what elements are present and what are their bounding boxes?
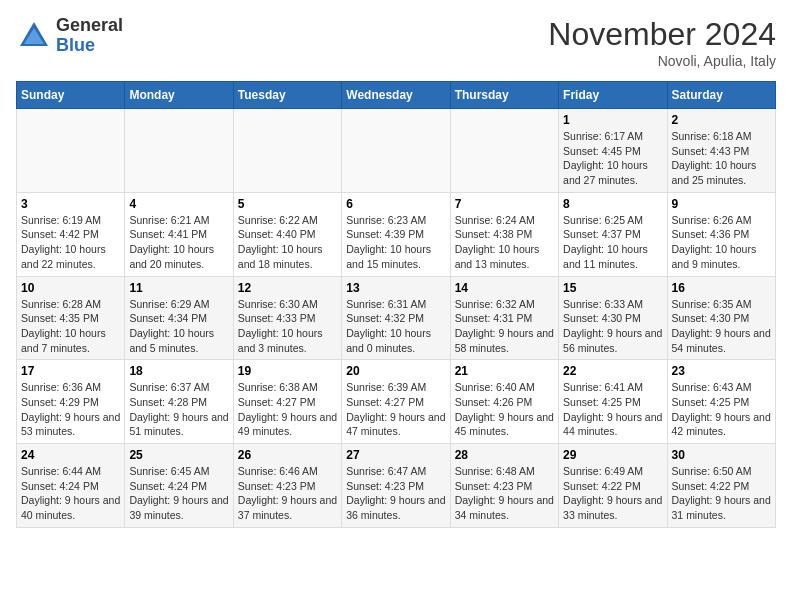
day-detail: Sunrise: 6:49 AMSunset: 4:22 PMDaylight:… (563, 464, 662, 523)
calendar-cell: 17Sunrise: 6:36 AMSunset: 4:29 PMDayligh… (17, 360, 125, 444)
logo-blue: Blue (56, 35, 95, 55)
calendar-cell: 28Sunrise: 6:48 AMSunset: 4:23 PMDayligh… (450, 444, 558, 528)
day-detail: Sunrise: 6:37 AMSunset: 4:28 PMDaylight:… (129, 380, 228, 439)
day-detail: Sunrise: 6:24 AMSunset: 4:38 PMDaylight:… (455, 213, 554, 272)
calendar-cell: 30Sunrise: 6:50 AMSunset: 4:22 PMDayligh… (667, 444, 775, 528)
day-number: 18 (129, 364, 228, 378)
calendar-cell: 2Sunrise: 6:18 AMSunset: 4:43 PMDaylight… (667, 109, 775, 193)
header-monday: Monday (125, 82, 233, 109)
day-number: 28 (455, 448, 554, 462)
calendar-cell: 18Sunrise: 6:37 AMSunset: 4:28 PMDayligh… (125, 360, 233, 444)
day-number: 21 (455, 364, 554, 378)
day-number: 30 (672, 448, 771, 462)
day-number: 19 (238, 364, 337, 378)
calendar-cell (450, 109, 558, 193)
day-detail: Sunrise: 6:21 AMSunset: 4:41 PMDaylight:… (129, 213, 228, 272)
calendar-cell: 8Sunrise: 6:25 AMSunset: 4:37 PMDaylight… (559, 192, 667, 276)
day-number: 14 (455, 281, 554, 295)
day-detail: Sunrise: 6:19 AMSunset: 4:42 PMDaylight:… (21, 213, 120, 272)
header-tuesday: Tuesday (233, 82, 341, 109)
day-number: 11 (129, 281, 228, 295)
calendar-cell: 5Sunrise: 6:22 AMSunset: 4:40 PMDaylight… (233, 192, 341, 276)
day-number: 12 (238, 281, 337, 295)
calendar-cell: 15Sunrise: 6:33 AMSunset: 4:30 PMDayligh… (559, 276, 667, 360)
day-detail: Sunrise: 6:41 AMSunset: 4:25 PMDaylight:… (563, 380, 662, 439)
day-number: 23 (672, 364, 771, 378)
day-detail: Sunrise: 6:44 AMSunset: 4:24 PMDaylight:… (21, 464, 120, 523)
day-number: 16 (672, 281, 771, 295)
day-number: 8 (563, 197, 662, 211)
calendar-cell: 23Sunrise: 6:43 AMSunset: 4:25 PMDayligh… (667, 360, 775, 444)
calendar-header-row: SundayMondayTuesdayWednesdayThursdayFrid… (17, 82, 776, 109)
calendar-cell: 3Sunrise: 6:19 AMSunset: 4:42 PMDaylight… (17, 192, 125, 276)
day-detail: Sunrise: 6:35 AMSunset: 4:30 PMDaylight:… (672, 297, 771, 356)
day-number: 7 (455, 197, 554, 211)
page-header: General Blue November 2024 Novoli, Apuli… (16, 16, 776, 69)
day-detail: Sunrise: 6:39 AMSunset: 4:27 PMDaylight:… (346, 380, 445, 439)
calendar-cell: 27Sunrise: 6:47 AMSunset: 4:23 PMDayligh… (342, 444, 450, 528)
day-number: 9 (672, 197, 771, 211)
calendar-cell: 6Sunrise: 6:23 AMSunset: 4:39 PMDaylight… (342, 192, 450, 276)
calendar-week-1: 1Sunrise: 6:17 AMSunset: 4:45 PMDaylight… (17, 109, 776, 193)
logo: General Blue (16, 16, 123, 56)
day-detail: Sunrise: 6:29 AMSunset: 4:34 PMDaylight:… (129, 297, 228, 356)
day-number: 13 (346, 281, 445, 295)
day-detail: Sunrise: 6:45 AMSunset: 4:24 PMDaylight:… (129, 464, 228, 523)
calendar-cell (342, 109, 450, 193)
calendar-cell: 4Sunrise: 6:21 AMSunset: 4:41 PMDaylight… (125, 192, 233, 276)
calendar-cell: 22Sunrise: 6:41 AMSunset: 4:25 PMDayligh… (559, 360, 667, 444)
day-number: 20 (346, 364, 445, 378)
day-detail: Sunrise: 6:32 AMSunset: 4:31 PMDaylight:… (455, 297, 554, 356)
header-saturday: Saturday (667, 82, 775, 109)
calendar-week-3: 10Sunrise: 6:28 AMSunset: 4:35 PMDayligh… (17, 276, 776, 360)
calendar-cell: 19Sunrise: 6:38 AMSunset: 4:27 PMDayligh… (233, 360, 341, 444)
day-detail: Sunrise: 6:43 AMSunset: 4:25 PMDaylight:… (672, 380, 771, 439)
header-sunday: Sunday (17, 82, 125, 109)
logo-general: General (56, 15, 123, 35)
calendar-week-4: 17Sunrise: 6:36 AMSunset: 4:29 PMDayligh… (17, 360, 776, 444)
calendar-cell: 24Sunrise: 6:44 AMSunset: 4:24 PMDayligh… (17, 444, 125, 528)
day-number: 6 (346, 197, 445, 211)
day-detail: Sunrise: 6:48 AMSunset: 4:23 PMDaylight:… (455, 464, 554, 523)
calendar-cell: 12Sunrise: 6:30 AMSunset: 4:33 PMDayligh… (233, 276, 341, 360)
calendar-table: SundayMondayTuesdayWednesdayThursdayFrid… (16, 81, 776, 528)
calendar-cell: 29Sunrise: 6:49 AMSunset: 4:22 PMDayligh… (559, 444, 667, 528)
calendar-cell (125, 109, 233, 193)
header-wednesday: Wednesday (342, 82, 450, 109)
logo-text: General Blue (56, 16, 123, 56)
day-detail: Sunrise: 6:26 AMSunset: 4:36 PMDaylight:… (672, 213, 771, 272)
calendar-cell: 11Sunrise: 6:29 AMSunset: 4:34 PMDayligh… (125, 276, 233, 360)
day-detail: Sunrise: 6:28 AMSunset: 4:35 PMDaylight:… (21, 297, 120, 356)
day-detail: Sunrise: 6:33 AMSunset: 4:30 PMDaylight:… (563, 297, 662, 356)
calendar-cell: 10Sunrise: 6:28 AMSunset: 4:35 PMDayligh… (17, 276, 125, 360)
day-detail: Sunrise: 6:31 AMSunset: 4:32 PMDaylight:… (346, 297, 445, 356)
title-block: November 2024 Novoli, Apulia, Italy (548, 16, 776, 69)
day-detail: Sunrise: 6:22 AMSunset: 4:40 PMDaylight:… (238, 213, 337, 272)
calendar-week-5: 24Sunrise: 6:44 AMSunset: 4:24 PMDayligh… (17, 444, 776, 528)
calendar-cell: 13Sunrise: 6:31 AMSunset: 4:32 PMDayligh… (342, 276, 450, 360)
calendar-cell: 26Sunrise: 6:46 AMSunset: 4:23 PMDayligh… (233, 444, 341, 528)
day-detail: Sunrise: 6:18 AMSunset: 4:43 PMDaylight:… (672, 129, 771, 188)
header-thursday: Thursday (450, 82, 558, 109)
day-number: 1 (563, 113, 662, 127)
day-detail: Sunrise: 6:50 AMSunset: 4:22 PMDaylight:… (672, 464, 771, 523)
calendar-cell: 25Sunrise: 6:45 AMSunset: 4:24 PMDayligh… (125, 444, 233, 528)
calendar-cell: 7Sunrise: 6:24 AMSunset: 4:38 PMDaylight… (450, 192, 558, 276)
day-number: 2 (672, 113, 771, 127)
day-number: 15 (563, 281, 662, 295)
day-number: 27 (346, 448, 445, 462)
day-detail: Sunrise: 6:17 AMSunset: 4:45 PMDaylight:… (563, 129, 662, 188)
day-detail: Sunrise: 6:47 AMSunset: 4:23 PMDaylight:… (346, 464, 445, 523)
main-title: November 2024 (548, 16, 776, 53)
calendar-cell: 9Sunrise: 6:26 AMSunset: 4:36 PMDaylight… (667, 192, 775, 276)
calendar-cell: 20Sunrise: 6:39 AMSunset: 4:27 PMDayligh… (342, 360, 450, 444)
header-friday: Friday (559, 82, 667, 109)
day-number: 24 (21, 448, 120, 462)
day-number: 29 (563, 448, 662, 462)
calendar-cell: 16Sunrise: 6:35 AMSunset: 4:30 PMDayligh… (667, 276, 775, 360)
calendar-cell: 21Sunrise: 6:40 AMSunset: 4:26 PMDayligh… (450, 360, 558, 444)
calendar-cell: 1Sunrise: 6:17 AMSunset: 4:45 PMDaylight… (559, 109, 667, 193)
day-detail: Sunrise: 6:38 AMSunset: 4:27 PMDaylight:… (238, 380, 337, 439)
calendar-cell (233, 109, 341, 193)
day-detail: Sunrise: 6:23 AMSunset: 4:39 PMDaylight:… (346, 213, 445, 272)
